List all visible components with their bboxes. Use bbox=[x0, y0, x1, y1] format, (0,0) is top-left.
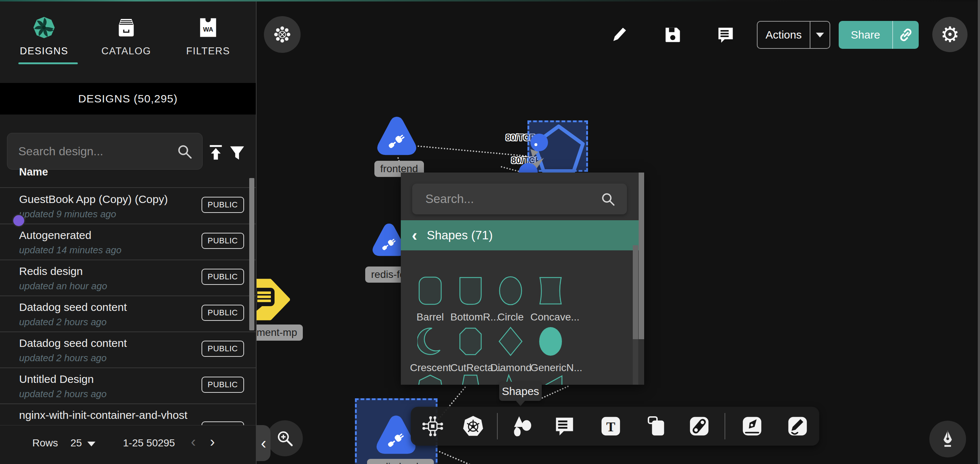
pen-nib-icon bbox=[938, 429, 957, 448]
shape-item-concave[interactable]: Concave... bbox=[530, 275, 571, 323]
design-row[interactable]: Datadog seed content updated 2 hours ago… bbox=[0, 296, 256, 332]
design-row[interactable]: Autogenerated updated 14 minutes ago PUB… bbox=[0, 224, 256, 260]
import-design-icon[interactable] bbox=[207, 143, 224, 161]
visibility-badge: PUBLIC bbox=[202, 376, 244, 393]
pen-mode-button[interactable] bbox=[929, 421, 966, 458]
shape-item-crescent[interactable]: Crescent bbox=[410, 326, 450, 374]
dot-menu-button[interactable] bbox=[264, 16, 301, 53]
shape-item-circle[interactable]: Circle bbox=[490, 275, 531, 323]
edge-selection-down bbox=[439, 451, 470, 464]
kubernetes-icon[interactable] bbox=[462, 415, 485, 438]
design-row[interactable]: Redis design updated an hour ago PUBLIC bbox=[0, 260, 256, 296]
design-row[interactable]: Datadog seed content updated 2 hours ago… bbox=[0, 332, 256, 368]
port-circle-top[interactable] bbox=[530, 134, 548, 151]
active-tab-underline bbox=[18, 62, 78, 64]
toolbar-divider bbox=[725, 413, 725, 439]
share-label: Share bbox=[839, 29, 892, 41]
copy-link-button[interactable] bbox=[893, 27, 919, 43]
pen-tool-icon[interactable] bbox=[741, 415, 764, 438]
tab-catalog[interactable]: CATALOG bbox=[93, 15, 159, 57]
shape-item-bottomround[interactable]: BottomR... bbox=[450, 275, 491, 323]
genericnode-shape-icon bbox=[538, 326, 563, 357]
catalog-icon bbox=[115, 15, 138, 40]
freehand-tool-icon[interactable] bbox=[786, 415, 809, 438]
actions-dropdown[interactable] bbox=[810, 33, 829, 37]
link-tool-icon[interactable] bbox=[688, 415, 711, 438]
shape-item-partial-2[interactable] bbox=[450, 374, 491, 385]
tab-filters-label: FILTERS bbox=[175, 46, 241, 57]
search-icon bbox=[600, 191, 616, 207]
tab-catalog-label: CATALOG bbox=[93, 46, 159, 57]
prev-page-button[interactable]: ‹ bbox=[191, 434, 196, 450]
node-frontend[interactable] bbox=[375, 113, 418, 159]
name-column-header[interactable]: Name bbox=[19, 166, 48, 178]
comment-tool-icon[interactable] bbox=[553, 415, 576, 438]
save-icon[interactable] bbox=[663, 25, 682, 44]
diamond-shape-icon bbox=[498, 326, 523, 357]
trapezoid-shape-icon bbox=[458, 374, 484, 385]
shape-item-partial-1[interactable] bbox=[410, 374, 450, 385]
shape-item-barrel[interactable]: Barrel bbox=[410, 275, 450, 323]
shapes-category-title: Shapes (71) bbox=[427, 228, 493, 242]
design-row[interactable]: Untitled Design updated 2 hours ago PUBL… bbox=[0, 368, 256, 404]
cutrectangle-shape-icon bbox=[458, 326, 484, 357]
visibility-badge: PUBLIC bbox=[202, 269, 244, 285]
canvas-toolbar: T bbox=[411, 407, 819, 446]
shapes-panel: ‹ Shapes (71) Barrel BottomR... Circle C… bbox=[401, 172, 644, 385]
gear-icon: ⚙ bbox=[940, 24, 959, 45]
visibility-badge: PUBLIC bbox=[202, 233, 244, 249]
top-accent-line bbox=[0, 0, 980, 2]
port-dot bbox=[535, 143, 537, 146]
design-search[interactable] bbox=[7, 133, 203, 170]
sidebar-scrollbar[interactable] bbox=[249, 178, 255, 330]
text-tool-icon[interactable]: T bbox=[600, 415, 622, 438]
toolbar-divider bbox=[497, 413, 498, 439]
zoom-in-icon bbox=[276, 429, 294, 448]
meshery-playground: 80/TCP 80/TCP frontend redis-fo bbox=[0, 0, 980, 464]
page-size-select[interactable]: 25 bbox=[70, 437, 82, 449]
edge-near-tooltip bbox=[539, 386, 569, 400]
filter-funnel-icon[interactable] bbox=[228, 144, 246, 161]
note-tool-icon[interactable] bbox=[645, 415, 668, 438]
design-search-input[interactable] bbox=[18, 144, 176, 159]
search-icon bbox=[176, 143, 193, 160]
barrel-shape-icon bbox=[417, 275, 443, 306]
designs-sidebar: DESIGNS CATALOG WA FILTERS DESIGNS (50,2… bbox=[0, 0, 256, 464]
rows-label: Rows bbox=[32, 437, 58, 449]
shapes-category-header[interactable]: ‹ Shapes (71) bbox=[401, 220, 639, 250]
node-label-selected: redis-leader bbox=[367, 459, 434, 464]
comments-icon[interactable] bbox=[716, 25, 735, 44]
actions-button[interactable]: Actions bbox=[757, 21, 830, 49]
shape-item-diamond[interactable]: Diamond bbox=[490, 326, 531, 374]
quadrilateral-shape-icon bbox=[538, 374, 563, 385]
meshery-logo-icon bbox=[32, 15, 56, 40]
actions-label: Actions bbox=[757, 29, 810, 41]
panel-scrollbar[interactable] bbox=[639, 172, 644, 339]
tab-designs[interactable]: DESIGNS bbox=[11, 15, 77, 57]
shape-list-scrollbar-track[interactable] bbox=[633, 339, 638, 385]
shape-item-cutrectangle[interactable]: CutRecta... bbox=[450, 326, 491, 374]
wasm-filter-icon: WA bbox=[197, 15, 219, 40]
share-button[interactable]: Share bbox=[839, 21, 919, 49]
components-icon[interactable] bbox=[422, 415, 444, 438]
window-scrollbar[interactable] bbox=[978, 0, 980, 464]
circle-shape-icon bbox=[498, 275, 523, 306]
edit-icon[interactable] bbox=[609, 25, 628, 44]
shape-list-scrollbar[interactable] bbox=[633, 245, 638, 339]
zoom-in-button[interactable] bbox=[267, 420, 303, 456]
crescent-shape-icon bbox=[417, 326, 443, 357]
shapes-search-input[interactable] bbox=[425, 191, 600, 206]
shapes-search[interactable] bbox=[412, 183, 627, 214]
edge-frontend-port1 bbox=[418, 145, 530, 157]
shape-item-genericnode[interactable]: GenericN... bbox=[530, 326, 571, 374]
tab-filters[interactable]: WA FILTERS bbox=[175, 15, 241, 57]
visibility-badge: PUBLIC bbox=[202, 305, 244, 321]
shapes-tool-icon[interactable] bbox=[511, 415, 534, 438]
design-row[interactable]: GuestBook App (Copy) (Copy) updated 9 mi… bbox=[0, 188, 256, 224]
shapes-tooltip-arrow bbox=[515, 400, 526, 406]
visibility-badge: PUBLIC bbox=[202, 197, 244, 213]
settings-button[interactable]: ⚙ bbox=[932, 17, 967, 52]
next-page-button[interactable]: › bbox=[210, 434, 215, 450]
sidebar-collapse-button[interactable]: ‹ bbox=[256, 425, 270, 461]
chevron-down-icon[interactable] bbox=[88, 442, 95, 446]
